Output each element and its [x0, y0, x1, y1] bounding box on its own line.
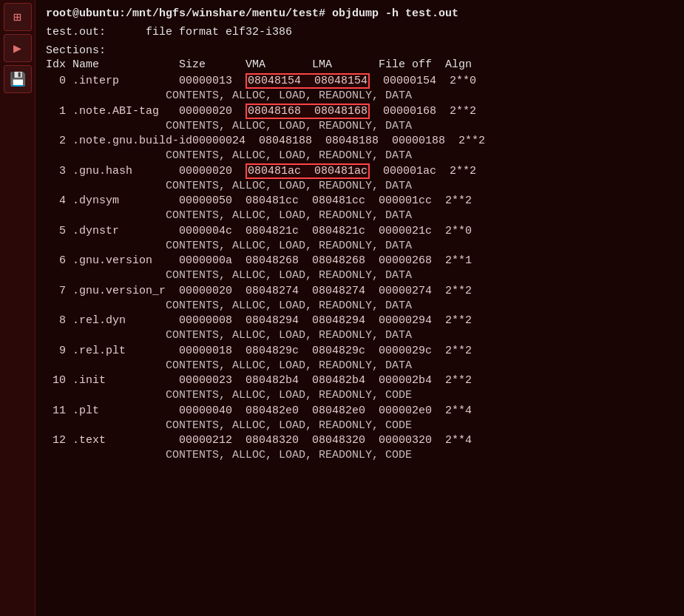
- contents-row: CONTENTS, ALLOC, LOAD, READONLY, DATA: [46, 239, 674, 254]
- highlighted-vma-lma: 08048168 08048168: [246, 104, 370, 119]
- contents-row: CONTENTS, ALLOC, LOAD, READONLY, CODE: [46, 448, 674, 463]
- sections-label: Sections:: [46, 44, 674, 57]
- sidebar: ⊞ ▶ 💾: [0, 0, 35, 616]
- contents-row: CONTENTS, ALLOC, LOAD, READONLY, DATA: [46, 179, 674, 194]
- section-rows: 0 .interp 00000013 08048154 08048154 000…: [46, 74, 674, 464]
- contents-row: CONTENTS, ALLOC, LOAD, READONLY, DATA: [46, 268, 674, 283]
- table-row: 6 .gnu.version 0000000a 08048268 0804826…: [46, 254, 674, 268]
- contents-row: CONTENTS, ALLOC, LOAD, READONLY, DATA: [46, 119, 674, 134]
- contents-row: CONTENTS, ALLOC, LOAD, READONLY, CODE: [46, 419, 674, 433]
- table-row: 1 .note.ABI-tag 00000020 08048168 080481…: [46, 104, 674, 119]
- highlighted-vma-lma: 080481ac 080481ac: [246, 163, 370, 179]
- grid-button[interactable]: ⊞: [4, 3, 32, 31]
- terminal-button[interactable]: ▶: [4, 34, 32, 62]
- terminal-area: root@ubuntu:/mnt/hgfs/winshare/mentu/tes…: [35, 0, 684, 616]
- table-row: 3 .gnu.hash 00000020 080481ac 080481ac 0…: [46, 164, 674, 179]
- contents-row: CONTENTS, ALLOC, LOAD, READONLY, DATA: [46, 89, 674, 104]
- command-line: root@ubuntu:/mnt/hgfs/winshare/mentu/tes…: [46, 7, 674, 20]
- table-row: 10 .init 00000023 080482b4 080482b4 0000…: [46, 373, 674, 388]
- contents-row: CONTENTS, ALLOC, LOAD, READONLY, DATA: [46, 328, 674, 343]
- table-row: 11 .plt 00000040 080482e0 080482e0 00000…: [46, 404, 674, 419]
- table-row: 12 .text 00000212 08048320 08048320 0000…: [46, 433, 674, 448]
- file-format-line: test.out: file format elf32-i386: [46, 26, 674, 38]
- contents-row: CONTENTS, ALLOC, LOAD, READONLY, CODE: [46, 388, 674, 403]
- contents-row: CONTENTS, ALLOC, LOAD, READONLY, DATA: [46, 359, 674, 373]
- table-row: 7 .gnu.version_r 00000020 08048274 08048…: [46, 284, 674, 299]
- contents-row: CONTENTS, ALLOC, LOAD, READONLY, DATA: [46, 149, 674, 163]
- table-row: 8 .rel.dyn 00000008 08048294 08048294 00…: [46, 314, 674, 328]
- table-row: 2 .note.gnu.build-id00000024 08048188 08…: [46, 134, 674, 149]
- save-button[interactable]: 💾: [4, 65, 32, 93]
- highlighted-vma-lma: 08048154 08048154: [246, 73, 370, 89]
- table-row: 0 .interp 00000013 08048154 08048154 000…: [46, 74, 674, 89]
- contents-row: CONTENTS, ALLOC, LOAD, READONLY, DATA: [46, 209, 674, 223]
- column-header: Idx Name Size VMA LMA File off Algn: [46, 58, 674, 71]
- contents-row: CONTENTS, ALLOC, LOAD, READONLY, DATA: [46, 299, 674, 314]
- table-row: 5 .dynstr 0000004c 0804821c 0804821c 000…: [46, 224, 674, 239]
- table-row: 4 .dynsym 00000050 080481cc 080481cc 000…: [46, 194, 674, 209]
- table-row: 9 .rel.plt 00000018 0804829c 0804829c 00…: [46, 344, 674, 359]
